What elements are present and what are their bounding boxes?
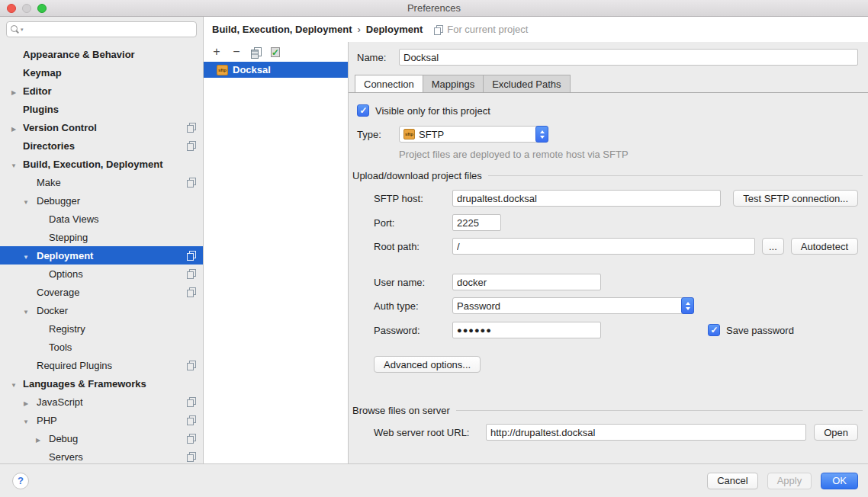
sftp-file-icon: sftp <box>217 65 228 75</box>
copy-server-icon[interactable] <box>251 47 261 57</box>
add-server-icon[interactable]: + <box>211 46 222 57</box>
sidebar-item-label: Keymap <box>23 67 62 79</box>
chevron-down-icon[interactable] <box>9 378 18 390</box>
chevron-right-icon[interactable] <box>34 433 43 444</box>
per-project-icon <box>187 269 196 278</box>
chevron-down-icon[interactable] <box>9 159 18 170</box>
sidebar-item-editor[interactable]: Editor <box>0 82 203 100</box>
sidebar-item-plugins[interactable]: Plugins <box>0 100 203 118</box>
autodetect-button[interactable]: Autodetect <box>791 238 858 255</box>
dropdown-stepper-icon[interactable] <box>681 297 694 314</box>
browse-root-path-button[interactable]: ... <box>762 238 784 255</box>
password-input[interactable] <box>452 322 601 338</box>
upload-section-title: Upload/download project files <box>352 170 482 181</box>
tab-excluded-paths[interactable]: Excluded Paths <box>483 75 570 92</box>
sidebar-item-javascript[interactable]: JavaScript <box>0 393 203 411</box>
settings-tree: Appearance & Behavior Keymap Editor Plug… <box>0 45 203 466</box>
sidebar-item-deployment[interactable]: Deployment <box>0 246 203 265</box>
preferences-window: Preferences ▾ Appearance & Behavior Keym… <box>0 0 868 497</box>
root-path-input[interactable] <box>452 238 755 255</box>
sidebar-item-options[interactable]: Options <box>0 265 203 283</box>
server-list-panel: + − sftp Docksal <box>204 42 349 463</box>
help-button[interactable]: ? <box>12 473 29 489</box>
sidebar-item-appearance-behavior[interactable]: Appearance & Behavior <box>0 45 203 63</box>
user-name-row: User name: <box>374 274 858 290</box>
tab-bar: Connection Mappings Excluded Paths <box>349 75 868 93</box>
sftp-file-icon: sftp <box>403 129 415 139</box>
chevron-right-icon[interactable] <box>9 122 18 133</box>
auth-type-dropdown[interactable]: Password <box>452 297 694 314</box>
sidebar-item-data-views[interactable]: Data Views <box>0 210 203 228</box>
cancel-button[interactable]: Cancel <box>707 473 757 489</box>
sidebar-item-stepping[interactable]: Stepping <box>0 228 203 246</box>
search-options-caret-icon[interactable]: ▾ <box>21 27 24 33</box>
sidebar-item-make[interactable]: Make <box>0 173 203 191</box>
browse-section-header: Browse files on server <box>352 405 863 416</box>
sidebar-item-coverage[interactable]: Coverage <box>0 283 203 301</box>
chevron-right-icon[interactable] <box>9 85 18 97</box>
sidebar-item-label: Tools <box>49 341 72 353</box>
tab-mappings[interactable]: Mappings <box>423 75 484 92</box>
sidebar-item-build-execution-deployment[interactable]: Build, Execution, Deployment <box>0 155 203 173</box>
sidebar-item-registry[interactable]: Registry <box>0 319 203 338</box>
visible-only-checkbox[interactable] <box>357 104 369 117</box>
sidebar-item-label: Options <box>49 268 83 280</box>
dropdown-stepper-icon[interactable] <box>535 126 548 143</box>
sidebar-item-servers[interactable]: Servers <box>0 447 203 466</box>
advanced-options-button[interactable]: Advanced options... <box>374 356 481 373</box>
server-name: Docksal <box>233 64 271 75</box>
auth-type-value: Password <box>457 300 500 312</box>
window-title: Preferences <box>407 2 461 14</box>
sidebar-item-required-plugins[interactable]: Required Plugins <box>0 356 203 374</box>
chevron-down-icon[interactable] <box>21 195 31 207</box>
sidebar-item-keymap[interactable]: Keymap <box>0 63 203 82</box>
save-password-checkbox-row[interactable]: Save password <box>708 324 794 336</box>
sidebar-item-debugger[interactable]: Debugger <box>0 191 203 210</box>
browse-section-title: Browse files on server <box>352 405 450 416</box>
sidebar-item-docker[interactable]: Docker <box>0 301 203 319</box>
type-help-text: Project files are deployed to a remote h… <box>399 149 628 160</box>
per-project-icon <box>187 123 196 132</box>
section-divider <box>488 175 863 176</box>
chevron-down-icon[interactable] <box>21 305 31 316</box>
server-list-item-docksal[interactable]: sftp Docksal <box>204 62 348 78</box>
zoom-window-icon[interactable] <box>37 4 47 13</box>
sidebar-item-version-control[interactable]: Version Control <box>0 118 203 136</box>
deployment-form: Name: Connection Mappings Excluded Paths… <box>349 42 868 463</box>
sidebar-item-languages-frameworks[interactable]: Languages & Frameworks <box>0 374 203 393</box>
sidebar-item-php[interactable]: PHP <box>0 411 203 429</box>
search-icon <box>11 25 19 34</box>
open-url-button[interactable]: Open <box>814 424 858 441</box>
sidebar-item-debug[interactable]: Debug <box>0 429 203 447</box>
close-window-icon[interactable] <box>7 4 16 13</box>
use-as-default-icon[interactable] <box>270 47 280 57</box>
per-project-icon <box>187 415 196 425</box>
sidebar-item-label: Version Control <box>23 122 97 133</box>
sidebar-item-label: Editor <box>23 85 52 97</box>
traffic-lights <box>7 4 47 13</box>
chevron-right-icon[interactable] <box>21 396 31 408</box>
remove-server-icon[interactable]: − <box>231 46 242 57</box>
breadcrumb-parent[interactable]: Build, Execution, Deployment <box>212 24 352 35</box>
type-dropdown[interactable]: sftp SFTP <box>399 126 548 143</box>
chevron-down-icon[interactable] <box>21 250 31 261</box>
port-input[interactable] <box>452 214 501 231</box>
visible-only-checkbox-row[interactable]: Visible only for this project <box>357 104 490 117</box>
name-input[interactable] <box>399 49 858 66</box>
chevron-down-icon[interactable] <box>21 415 31 426</box>
name-label: Name: <box>357 52 399 63</box>
tab-connection[interactable]: Connection <box>355 75 423 92</box>
ok-button[interactable]: OK <box>821 473 858 489</box>
sidebar-item-directories[interactable]: Directories <box>0 136 203 155</box>
sftp-host-input[interactable] <box>452 190 721 207</box>
search-field[interactable]: ▾ <box>6 21 197 37</box>
apply-button[interactable]: Apply <box>767 473 812 489</box>
save-password-checkbox[interactable] <box>708 324 720 336</box>
sidebar-item-label: Registry <box>49 323 85 335</box>
test-sftp-connection-button[interactable]: Test SFTP connection... <box>733 190 858 207</box>
password-row: Password: Save password <box>374 322 858 338</box>
web-root-input[interactable] <box>486 424 806 441</box>
user-name-input[interactable] <box>452 274 601 290</box>
sidebar-item-tools[interactable]: Tools <box>0 338 203 356</box>
search-input[interactable] <box>25 23 196 36</box>
